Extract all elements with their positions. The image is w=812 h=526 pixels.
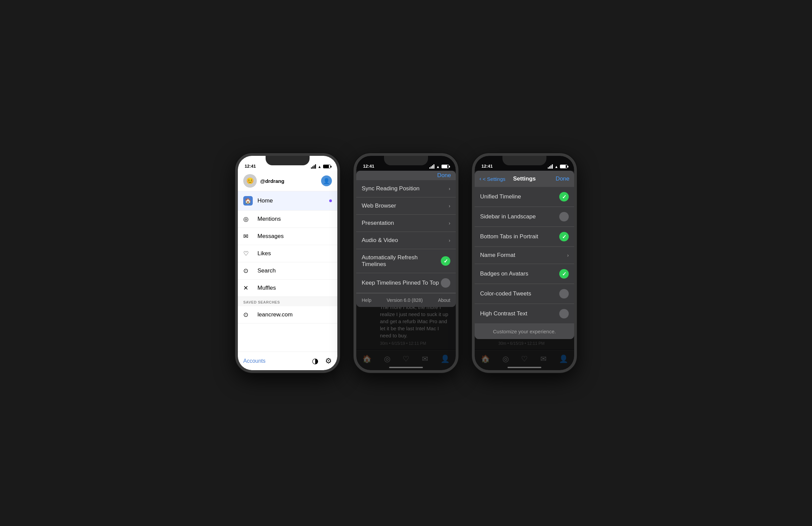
volume-up-button [353, 210, 354, 227]
settings-row-pinned[interactable]: Keep Timelines Pinned To Top [356, 273, 456, 293]
search-icon: ⊙ [243, 267, 253, 274]
mentions-icon: ◎ [243, 215, 253, 223]
wifi-icon: ▲ [318, 165, 321, 169]
customize-label: Customize your experience. [475, 324, 574, 339]
volume-down-button [235, 232, 236, 249]
nav-item-muffles[interactable]: ✕ Muffles [238, 280, 337, 297]
settings-row-badges[interactable]: Badges on Avatars ✓ [475, 264, 574, 284]
nameformat-label: Name Format [480, 252, 567, 259]
version-label: Version 6.0 (828) [387, 298, 423, 303]
sidebar-label: Sidebar in Landscape [480, 213, 559, 220]
modal-overlay: ‹ < Settings Settings Done Unified Timel… [475, 156, 574, 370]
done-button[interactable]: Done [555, 176, 569, 182]
phone-2: 12:41 ▲ 😊 ✍ 14m • 6/15/19 • 12:27 PM [353, 153, 459, 373]
modal-title: Settings [513, 176, 536, 182]
battery-icon [323, 165, 331, 168]
volume-up-button [472, 210, 473, 227]
nav-label-messages: Messages [258, 233, 284, 240]
settings-row-sync[interactable]: Sync Reading Position › [356, 180, 456, 197]
settings-row-nameformat[interactable]: Name Format › [475, 247, 574, 264]
unified-toggle-on[interactable]: ✓ [559, 192, 569, 201]
pinned-label: Keep Timelines Pinned To Top [362, 280, 441, 286]
accounts-button[interactable]: Accounts [243, 358, 265, 364]
settings-row-refresh[interactable]: Automatically Refresh Timelines ✓ [356, 249, 456, 273]
settings-row-audio[interactable]: Audio & Video › [356, 232, 456, 249]
avatar: 😊 [243, 174, 257, 187]
modal-overlay: Done Sync Reading Position › Web Browser… [356, 156, 456, 370]
signal-icon [548, 164, 553, 169]
saved-search-leancrew[interactable]: ⊙ leancrew.com [238, 306, 337, 324]
nav-item-home[interactable]: 🏠 Home [238, 191, 337, 211]
settings-row-bottomtabs[interactable]: Bottom Tabs in Portrait ✓ [475, 227, 574, 247]
person-icon[interactable]: 👤 [321, 176, 332, 186]
nav-item-likes[interactable]: ♡ Likes [238, 245, 337, 262]
nav-item-messages[interactable]: ✉ Messages [238, 228, 337, 245]
chevron-icon: › [449, 221, 450, 226]
nav-item-search[interactable]: ⊙ Search [238, 262, 337, 280]
mute-button [472, 193, 473, 203]
username-label: @drdrang [260, 178, 321, 184]
status-time: 12:41 [245, 164, 256, 169]
phone-3: 12:41 ▲ 😊 ✍ 38s • 6/15/19 • 12:41 PM [472, 153, 577, 373]
volume-up-button [235, 210, 236, 227]
status-icons: ▲ [548, 164, 567, 169]
modal-footer: Help Version 6.0 (828) About [356, 293, 456, 307]
done-button[interactable]: Done [437, 172, 451, 179]
home-icon: 🏠 [243, 196, 253, 206]
footer-icons: ◑ ⚙ [312, 357, 332, 365]
nav-label-likes: Likes [258, 250, 271, 257]
about-button[interactable]: About [438, 298, 450, 303]
refresh-label: Automatically Refresh Timelines [362, 254, 441, 268]
volume-down-button [353, 232, 354, 249]
refresh-toggle-on[interactable]: ✓ [441, 256, 450, 266]
sidebar-header: 😊 @drdrang 👤 [238, 171, 337, 191]
settings-row-highcontrast[interactable]: High Contrast Text [475, 304, 574, 324]
settings-row-sidebar[interactable]: Sidebar in Landscape [475, 207, 574, 227]
audio-label: Audio & Video [362, 237, 449, 244]
wifi-icon: ▲ [436, 165, 440, 169]
colorcoded-label: Color-coded Tweets [480, 290, 559, 297]
sidebar-toggle-off[interactable] [559, 212, 569, 222]
muffles-icon: ✕ [243, 284, 253, 292]
help-button[interactable]: Help [362, 298, 372, 303]
saved-search-label: leancrew.com [258, 311, 293, 318]
wifi-icon: ▲ [554, 165, 558, 169]
status-time: 12:41 [363, 164, 374, 169]
nav-item-mentions[interactable]: ◎ Mentions [238, 211, 337, 228]
settings-row-colorcoded[interactable]: Color-coded Tweets [475, 284, 574, 304]
nav-label-muffles: Muffles [258, 285, 276, 291]
back-label: < Settings [483, 176, 506, 182]
power-button [339, 196, 340, 217]
sync-label: Sync Reading Position [362, 185, 449, 192]
colorcoded-toggle-off[interactable] [559, 289, 569, 299]
likes-icon: ♡ [243, 250, 253, 257]
status-icons: ▲ [311, 164, 331, 169]
power-button [458, 196, 459, 217]
browser-label: Web Browser [362, 202, 449, 209]
highcontrast-toggle-off[interactable] [559, 309, 569, 318]
badges-toggle-on[interactable]: ✓ [559, 269, 569, 279]
badges-label: Badges on Avatars [480, 270, 559, 277]
saved-search-icon: ⊙ [243, 311, 253, 318]
theme-toggle-icon[interactable]: ◑ [312, 357, 318, 365]
phone2-screen: 12:41 ▲ 😊 ✍ 14m • 6/15/19 • 12:27 PM [356, 156, 456, 370]
phone1-screen: 12:41 ▲ 😊 @drdrang 👤 [238, 156, 337, 370]
home-indicator [389, 367, 423, 368]
unified-label: Unified Timeline [480, 193, 559, 200]
back-button[interactable]: ‹ < Settings [479, 176, 506, 182]
nav-label-home: Home [258, 197, 273, 204]
chevron-left-icon: ‹ [479, 176, 481, 182]
phone-1: 12:41 ▲ 😊 @drdrang 👤 [235, 153, 340, 373]
chevron-icon: › [449, 238, 450, 243]
bottomtabs-toggle-on[interactable]: ✓ [559, 232, 569, 241]
settings-row-browser[interactable]: Web Browser › [356, 197, 456, 215]
pinned-toggle-off[interactable] [441, 278, 450, 288]
settings-row-presentation[interactable]: Presentation › [356, 215, 456, 232]
modal-header: ‹ < Settings Settings Done [475, 171, 574, 187]
home-indicator [508, 367, 541, 368]
signal-icon [311, 164, 316, 169]
settings-row-unified[interactable]: Unified Timeline ✓ [475, 187, 574, 207]
settings-sheet: ‹ < Settings Settings Done Unified Timel… [475, 171, 574, 339]
nav-list: 🏠 Home ◎ Mentions ✉ Messages ♡ Likes ⊙ S… [238, 191, 337, 297]
settings-icon[interactable]: ⚙ [325, 357, 332, 365]
